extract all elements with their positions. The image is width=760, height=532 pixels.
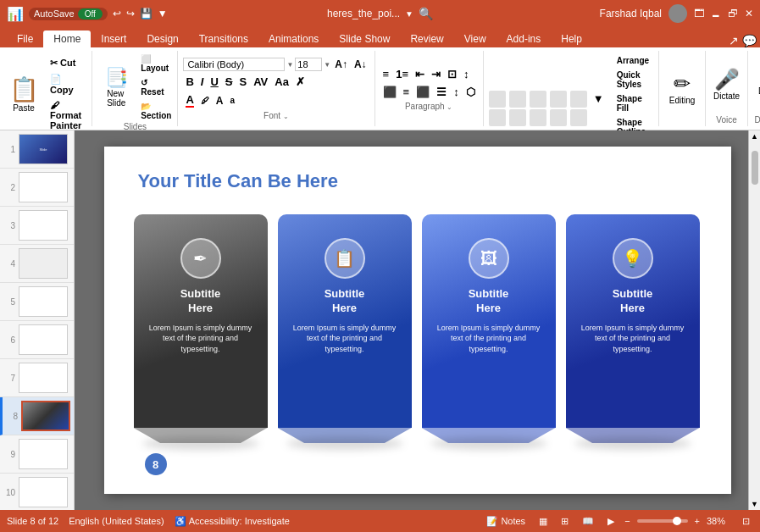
change-case-btn[interactable]: Aa (272, 74, 291, 90)
decrease-font-btn[interactable]: A↓ (352, 57, 369, 72)
filename-arrow[interactable]: ▼ (405, 9, 413, 19)
text-highlight-btn[interactable]: 🖊 (198, 94, 212, 107)
shape-5[interactable] (570, 91, 587, 108)
slide-preview-10[interactable] (19, 477, 68, 507)
tab-transitions[interactable]: Transitions (189, 30, 258, 47)
tab-view[interactable]: View (454, 30, 496, 47)
slide-thumb-8[interactable]: 8 (0, 397, 74, 435)
comments-btn[interactable]: 💬 (742, 34, 757, 47)
underline-btn[interactable]: U (208, 74, 220, 90)
arrange-btn[interactable]: Arrange (614, 54, 652, 67)
slide-preview-2[interactable] (19, 172, 68, 202)
shape-fill-btn[interactable]: Shape Fill (614, 92, 652, 114)
shape-2[interactable] (509, 91, 526, 108)
font-name-arrow[interactable]: ▼ (286, 61, 293, 69)
align-right-btn[interactable]: ⬛ (413, 84, 432, 100)
tab-review[interactable]: Review (400, 30, 453, 47)
tab-design[interactable]: Design (136, 30, 188, 47)
align-left-btn[interactable]: ⬛ (380, 84, 399, 100)
slide-thumb-4[interactable]: 4 (0, 245, 74, 283)
shape-3[interactable] (530, 91, 546, 108)
font-size-up2[interactable]: A (214, 93, 226, 108)
maximize-btn[interactable]: 🗗 (728, 8, 738, 19)
info-card-3[interactable]: 🖼 SubtitleHere Lorem Ipsum is simply dum… (422, 214, 556, 443)
shape-10[interactable] (570, 109, 587, 126)
tab-help[interactable]: Help (551, 30, 592, 47)
zoom-in-btn[interactable]: + (695, 516, 700, 526)
minimize-btn[interactable]: 🗕 (711, 8, 721, 19)
redo-btn[interactable]: ↪ (126, 8, 135, 19)
design-ideas-btn[interactable]: 💡 Design Ideas (752, 59, 760, 108)
new-slide-btn[interactable]: 📑 NewSlide (96, 53, 136, 121)
tab-addins[interactable]: Add-ins (496, 30, 552, 47)
share-btn[interactable]: ↗ (729, 34, 739, 47)
slide-preview-8[interactable] (21, 401, 70, 431)
undo-btn[interactable]: ↩ (113, 8, 121, 19)
canvas-area[interactable]: Your Title Can Be Here ✒ SubtitleHere Lo… (75, 130, 760, 510)
slide-thumb-1[interactable]: 1 Slide (0, 130, 74, 169)
vscroll-down[interactable]: ▼ (749, 498, 760, 510)
shape-more-arrow[interactable]: ▼ (591, 91, 607, 108)
bold-btn[interactable]: B (183, 74, 196, 90)
align-center-btn[interactable]: ≡ (401, 84, 413, 100)
editing-btn[interactable]: ✏ Editing (662, 69, 702, 108)
slide-preview-4[interactable] (19, 248, 68, 279)
quick-styles-btn[interactable]: Quick Styles (614, 69, 652, 91)
slide-canvas[interactable]: Your Title Can Be Here ✒ SubtitleHere Lo… (104, 147, 731, 494)
reset-btn[interactable]: ↺ Reset (138, 76, 174, 98)
ribbon-display-btn[interactable]: 🗔 (694, 8, 704, 19)
accessibility-info[interactable]: ♿ Accessibility: Investigate (175, 516, 290, 527)
tab-animations[interactable]: Animations (258, 30, 329, 47)
language-info[interactable]: English (United States) (69, 516, 164, 526)
info-card-1[interactable]: ✒ SubtitleHere Lorem Ipsum is simply dum… (134, 214, 268, 443)
font-size-input[interactable] (295, 58, 322, 71)
italic-btn[interactable]: I (198, 74, 207, 90)
zoom-slider[interactable] (637, 519, 688, 523)
section-btn[interactable]: 📂 Section (138, 100, 174, 122)
slide-thumb-3[interactable]: 3 (0, 207, 74, 245)
zoom-out-btn[interactable]: − (624, 516, 630, 526)
tab-insert[interactable]: Insert (91, 30, 136, 47)
font-size-dn2[interactable]: a (227, 94, 237, 107)
format-painter-btn[interactable]: 🖌 Format Painter (47, 98, 86, 132)
slide-preview-5[interactable] (19, 286, 68, 317)
line-spacing-btn[interactable]: ↕ (451, 84, 462, 100)
slide-thumb-6[interactable]: 6 (0, 321, 74, 359)
decrease-indent-btn[interactable]: ⇤ (413, 66, 427, 82)
customize-btn[interactable]: ▼ (158, 8, 168, 19)
slide-thumb-10[interactable]: 10 (0, 474, 74, 510)
slide-preview-7[interactable] (19, 363, 68, 393)
font-name-input[interactable] (183, 58, 285, 71)
search-icon[interactable]: 🔍 (419, 7, 433, 20)
slide-preview-1[interactable]: Slide (19, 134, 68, 164)
slideshow-btn[interactable]: ▶ (604, 514, 618, 529)
font-size-arrow[interactable]: ▼ (324, 61, 330, 69)
shape-1[interactable] (489, 91, 506, 108)
slide-preview-6[interactable] (19, 324, 68, 355)
layout-btn[interactable]: ⬜ Layout (138, 53, 174, 75)
slide-thumb-7[interactable]: 7 (0, 359, 74, 397)
increase-font-btn[interactable]: A↑ (332, 57, 350, 72)
close-btn[interactable]: ✕ (745, 8, 753, 19)
shadow-btn[interactable]: S (237, 74, 250, 90)
slide-preview-9[interactable] (19, 439, 68, 469)
normal-view-btn[interactable]: ▦ (535, 514, 551, 529)
direction-btn[interactable]: ↕ (461, 66, 472, 82)
vscroll-up[interactable]: ▲ (749, 130, 760, 142)
font-color-btn[interactable]: A (183, 91, 196, 109)
tab-file[interactable]: File (7, 30, 43, 47)
shape-8[interactable] (530, 109, 546, 126)
columns-btn[interactable]: ⊡ (445, 66, 459, 82)
dictate-btn[interactable]: 🎤 Dictate (707, 64, 747, 104)
increase-indent-btn[interactable]: ⇥ (429, 66, 443, 82)
slide-thumb-2[interactable]: 2 (0, 169, 74, 207)
zoom-level[interactable]: 38% (707, 516, 732, 526)
shape-7[interactable] (509, 109, 526, 126)
slide-preview-3[interactable] (19, 210, 68, 241)
char-spacing-btn[interactable]: AV (251, 74, 270, 90)
strikethrough-btn[interactable]: S (223, 74, 236, 90)
info-card-2[interactable]: 📋 SubtitleHere Lorem Ipsum is simply dum… (278, 214, 412, 443)
autosave-badge[interactable]: AutoSave Off (29, 8, 108, 20)
save-btn[interactable]: 💾 (140, 8, 153, 19)
slide-thumb-9[interactable]: 9 (0, 435, 74, 474)
